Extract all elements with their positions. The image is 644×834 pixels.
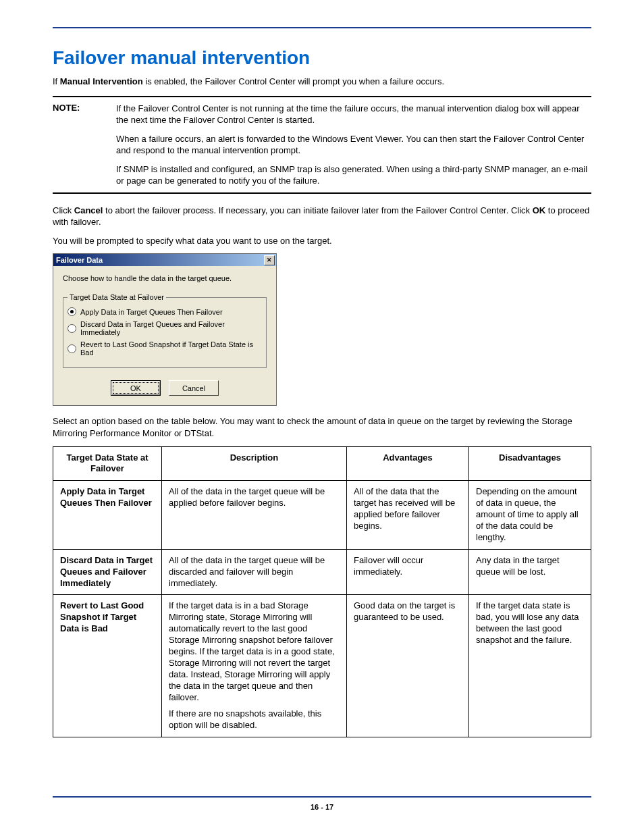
radio-option-revert[interactable]: Revert to Last Good Snapshot if Target D… — [68, 340, 262, 357]
cell-dis: Depending on the amount of data in queue… — [469, 481, 591, 549]
failover-data-dialog: Failover Data ✕ Choose how to handle the… — [53, 253, 277, 406]
cell-dis: Any data in the target queue will be los… — [469, 549, 591, 595]
radio-label: Revert to Last Good Snapshot if Target D… — [80, 340, 262, 357]
cell-name: Apply Data in Target Queues Then Failove… — [53, 481, 162, 549]
prompt-paragraph: You will be prompted to specify what dat… — [53, 235, 591, 247]
page-title: Failover manual intervention — [53, 47, 591, 69]
select-paragraph: Select an option based on the table belo… — [53, 415, 591, 439]
th-advantages: Advantages — [347, 446, 469, 481]
group-legend: Target Data State at Failover — [68, 293, 166, 301]
page-number: 16 - 17 — [0, 803, 644, 811]
click-mid: to abort the failover process. If necess… — [103, 205, 532, 215]
desc-para: All of the data in the target queue will… — [169, 555, 340, 590]
options-table: Target Data State at Failover Descriptio… — [53, 446, 591, 738]
cell-name: Revert to Last Good Snapshot if Target D… — [53, 595, 162, 737]
radio-label: Apply Data in Target Queues Then Failove… — [80, 308, 223, 316]
dialog-instruction: Choose how to handle the data in the tar… — [63, 274, 267, 282]
desc-para: All of the data in the target queue will… — [169, 486, 340, 509]
cell-desc: All of the data in the target queue will… — [162, 549, 347, 595]
radio-option-apply[interactable]: Apply Data in Target Queues Then Failove… — [68, 307, 262, 316]
cell-adv: All of the data that the target has rece… — [347, 481, 469, 549]
desc-para: If the target data is in a bad Storage M… — [169, 600, 340, 703]
target-data-state-group: Target Data State at Failover Apply Data… — [63, 297, 267, 368]
note-paragraph: When a failure occurs, an alert is forwa… — [116, 133, 591, 157]
th-disadvantages: Disadvantages — [469, 446, 591, 481]
intro-paragraph: If Manual Intervention is enabled, the F… — [53, 76, 591, 88]
radio-icon — [68, 307, 76, 316]
click-paragraph: Click Cancel to abort the failover proce… — [53, 205, 591, 228]
note-box: NOTE: If the Failover Control Center is … — [53, 96, 591, 194]
radio-icon — [68, 344, 76, 353]
radio-option-discard[interactable]: Discard Data in Target Queues and Failov… — [68, 320, 262, 336]
cell-dis: If the target data state is bad, you wil… — [469, 595, 591, 737]
table-row: Apply Data in Target Queues Then Failove… — [53, 481, 591, 549]
th-target-state: Target Data State at Failover — [53, 446, 162, 481]
ok-button[interactable]: OK — [111, 380, 161, 396]
cell-adv: Good data on the target is guaranteed to… — [347, 595, 469, 737]
radio-icon — [68, 324, 76, 333]
intro-suffix: is enabled, the Failover Control Center … — [143, 76, 445, 86]
cancel-button[interactable]: Cancel — [169, 380, 219, 396]
cell-desc: All of the data in the target queue will… — [162, 481, 347, 549]
click-prefix: Click — [53, 205, 74, 215]
cell-adv: Failover will occur immediately. — [347, 549, 469, 595]
close-icon[interactable]: ✕ — [264, 255, 275, 265]
note-paragraph: If SNMP is installed and configured, an … — [116, 163, 591, 187]
radio-label: Discard Data in Target Queues and Failov… — [80, 320, 262, 336]
cell-desc: If the target data is in a bad Storage M… — [162, 595, 347, 737]
ok-bold: OK — [533, 205, 546, 215]
table-row: Revert to Last Good Snapshot if Target D… — [53, 595, 591, 737]
intro-prefix: If — [53, 76, 60, 86]
th-description: Description — [162, 446, 347, 481]
dialog-title: Failover Data — [56, 256, 103, 264]
intro-bold: Manual Intervention — [60, 76, 143, 86]
table-row: Discard Data in Target Queues and Failov… — [53, 549, 591, 595]
cancel-bold: Cancel — [74, 205, 103, 215]
note-paragraph: If the Failover Control Center is not ru… — [116, 103, 591, 126]
note-label: NOTE: — [53, 103, 93, 187]
desc-para: If there are no snapshots available, thi… — [169, 708, 340, 731]
cell-name: Discard Data in Target Queues and Failov… — [53, 549, 162, 595]
